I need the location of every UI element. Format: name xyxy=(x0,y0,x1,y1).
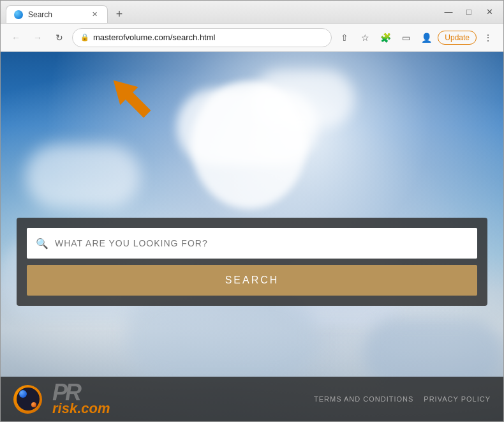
privacy-link[interactable]: PRIVACY POLICY xyxy=(424,395,491,403)
forward-icon: → xyxy=(33,33,42,43)
footer-brand: PR risk.com xyxy=(52,381,110,417)
search-container: 🔍 SEARCH xyxy=(17,218,487,306)
url-text: masterofvolume.com/search.html xyxy=(93,33,323,42)
nav-actions: ⇧ ☆ 🧩 ▭ 👤 Update ⋮ xyxy=(336,29,497,47)
footer-links: TERMS AND CONDITIONS PRIVACY POLICY xyxy=(314,395,491,403)
search-icon: 🔍 xyxy=(36,237,48,250)
tab-close-button[interactable]: ✕ xyxy=(89,10,100,20)
update-button[interactable]: Update xyxy=(438,31,477,45)
footer-links-row: TERMS AND CONDITIONS PRIVACY POLICY xyxy=(314,395,491,403)
profile-icon: 👤 xyxy=(421,33,432,43)
search-button[interactable]: SEARCH xyxy=(27,265,477,296)
lock-icon: 🔒 xyxy=(80,33,89,41)
svg-marker-0 xyxy=(106,72,156,123)
logo-dot-1 xyxy=(19,390,27,398)
address-bar[interactable]: 🔒 masterofvolume.com/search.html xyxy=(72,28,332,47)
active-tab[interactable]: Search ✕ xyxy=(6,5,108,23)
close-button[interactable]: ✕ xyxy=(480,3,498,21)
back-icon: ← xyxy=(11,33,20,43)
extensions-button[interactable]: 🧩 xyxy=(376,29,394,47)
window-controls: — □ ✕ xyxy=(440,3,498,21)
arrow-svg xyxy=(106,70,157,127)
share-icon: ⇧ xyxy=(341,33,348,43)
split-icon: ▭ xyxy=(402,33,410,43)
star-icon: ☆ xyxy=(361,33,369,43)
arrow-indicator xyxy=(106,70,157,130)
tab-title: Search xyxy=(28,10,84,19)
cloud-3 xyxy=(26,144,140,208)
browser-window: Search ✕ + — □ ✕ ← → ↻ 🔒 masterofvolume.… xyxy=(0,0,504,422)
footer-logo xyxy=(13,385,42,414)
logo-inner xyxy=(17,388,40,411)
page-content: 🔍 SEARCH PR risk.com TERMS A xyxy=(1,52,503,421)
split-view-button[interactable]: ▭ xyxy=(397,29,415,47)
share-button[interactable]: ⇧ xyxy=(336,29,353,47)
cloud-center xyxy=(191,81,306,209)
minimize-button[interactable]: — xyxy=(440,3,457,21)
menu-icon: ⋮ xyxy=(484,33,493,43)
search-input-wrapper: 🔍 xyxy=(27,228,477,259)
navigation-bar: ← → ↻ 🔒 masterofvolume.com/search.html ⇧… xyxy=(1,24,503,52)
puzzle-icon: 🧩 xyxy=(380,33,391,43)
new-tab-button[interactable]: + xyxy=(110,5,128,23)
maximize-button[interactable]: □ xyxy=(460,3,478,21)
terms-link[interactable]: TERMS AND CONDITIONS xyxy=(314,395,413,403)
reload-icon: ↻ xyxy=(56,33,63,43)
forward-button[interactable]: → xyxy=(29,29,47,47)
search-input[interactable] xyxy=(55,238,468,248)
bookmark-button[interactable]: ☆ xyxy=(356,29,374,47)
tab-area: Search ✕ + xyxy=(6,1,440,23)
profile-button[interactable]: 👤 xyxy=(417,29,435,47)
reload-button[interactable]: ↻ xyxy=(50,29,68,47)
menu-button[interactable]: ⋮ xyxy=(479,29,497,47)
tab-favicon xyxy=(14,10,23,19)
risk-brand-text: risk.com xyxy=(52,400,110,417)
title-bar: Search ✕ + — □ ✕ xyxy=(1,1,503,24)
logo-dot-2 xyxy=(31,402,36,407)
footer: PR risk.com TERMS AND CONDITIONS PRIVACY… xyxy=(1,377,503,421)
back-button[interactable]: ← xyxy=(7,29,25,47)
